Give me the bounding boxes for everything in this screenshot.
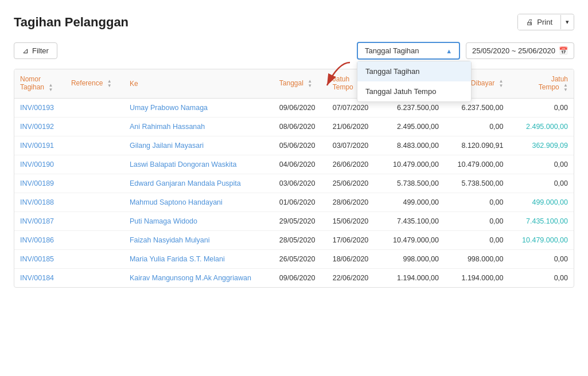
cell-total: 10.479.000,00 bbox=[380, 231, 445, 250]
cell-jatuh-tempo-amount: 2.495.000,00 bbox=[509, 117, 574, 136]
cell-ke[interactable]: Umay Prabowo Namaga bbox=[124, 99, 274, 117]
cell-ke[interactable]: Mahmud Saptono Handayani bbox=[124, 193, 274, 212]
cell-nomor[interactable]: INV/00184 bbox=[14, 269, 65, 288]
cell-nomor[interactable]: INV/00185 bbox=[14, 250, 65, 269]
cell-dibayar: 1.194.000,00 bbox=[445, 269, 509, 288]
toolbar-right: Tanggal Tagihan ▲ Tanggal Tagihan Tangga… bbox=[357, 42, 574, 60]
filter-label: Filter bbox=[32, 46, 49, 55]
cell-jatuh-tempo-amount: 499.000,00 bbox=[509, 193, 574, 212]
cell-jatuh-tempo-date: 21/06/2020 bbox=[327, 117, 380, 136]
dropdown-item-tanggal-jatuh-tempo[interactable]: Tanggal Jatuh Tempo bbox=[357, 81, 471, 101]
cell-reference bbox=[65, 269, 124, 288]
cell-jatuh-tempo-amount: 0,00 bbox=[509, 269, 574, 288]
cell-tanggal: 29/05/2020 bbox=[274, 212, 327, 231]
cell-jatuh-tempo-date: 28/06/2020 bbox=[327, 193, 380, 212]
cell-jatuh-tempo-date: 17/06/2020 bbox=[327, 231, 380, 250]
cell-nomor[interactable]: INV/00189 bbox=[14, 174, 65, 193]
cell-ke[interactable]: Ani Rahimah Hassanah bbox=[124, 117, 274, 136]
cell-jatuh-tempo-date: 18/06/2020 bbox=[327, 250, 380, 269]
filter-button[interactable]: ⊿ Filter bbox=[14, 42, 57, 59]
invoices-table: NomorTagihan ▲▼ Reference ▲▼ Ke Tanggal … bbox=[14, 69, 574, 287]
cell-ke[interactable]: Maria Yulia Farida S.T. Melani bbox=[124, 250, 274, 269]
cell-nomor[interactable]: INV/00187 bbox=[14, 212, 65, 231]
date-type-dropdown[interactable]: Tanggal Tagihan ▲ bbox=[357, 42, 460, 60]
cell-ke[interactable]: Kairav Mangunsong M.Ak Anggriawan bbox=[124, 269, 274, 288]
cell-dibayar: 998.000,00 bbox=[445, 250, 509, 269]
dropdown-item-tanggal-tagihan[interactable]: Tanggal Tagihan bbox=[357, 61, 471, 81]
cell-tanggal: 09/06/2020 bbox=[274, 269, 327, 288]
col-tanggal: Tanggal ▲▼ bbox=[274, 69, 327, 99]
col-nomor-tagihan: NomorTagihan ▲▼ bbox=[14, 69, 65, 99]
cell-ke[interactable]: Gilang Jailani Mayasari bbox=[124, 136, 274, 155]
calendar-icon: 📅 bbox=[559, 46, 568, 55]
cell-nomor[interactable]: INV/00192 bbox=[14, 117, 65, 136]
cell-reference bbox=[65, 174, 124, 193]
cell-ke[interactable]: Puti Namaga Widodo bbox=[124, 212, 274, 231]
cell-jatuh-tempo-amount: 0,00 bbox=[509, 174, 574, 193]
cell-jatuh-tempo-amount: 0,00 bbox=[509, 99, 574, 117]
cell-ke[interactable]: Laswi Balapati Dongoran Waskita bbox=[124, 155, 274, 174]
table-row: INV/00184Kairav Mangunsong M.Ak Anggriaw… bbox=[14, 269, 574, 288]
col-ke: Ke bbox=[124, 69, 274, 99]
cell-reference bbox=[65, 155, 124, 174]
cell-total: 1.194.000,00 bbox=[380, 269, 445, 288]
cell-ke[interactable]: Edward Ganjaran Mandala Puspita bbox=[124, 174, 274, 193]
cell-tanggal: 09/06/2020 bbox=[274, 99, 327, 117]
printer-icon: 🖨 bbox=[526, 18, 534, 26]
table-row: INV/00186Faizah Nasyidah Mulyani28/05/20… bbox=[14, 231, 574, 250]
cell-reference bbox=[65, 231, 124, 250]
cell-jatuh-tempo-amount: 0,00 bbox=[509, 250, 574, 269]
cell-tanggal: 04/06/2020 bbox=[274, 155, 327, 174]
cell-nomor[interactable]: INV/00186 bbox=[14, 231, 65, 250]
cell-jatuh-tempo-date: 15/06/2020 bbox=[327, 212, 380, 231]
cell-total: 7.435.100,00 bbox=[380, 212, 445, 231]
cell-tanggal: 26/05/2020 bbox=[274, 250, 327, 269]
invoices-table-container: NomorTagihan ▲▼ Reference ▲▼ Ke Tanggal … bbox=[14, 69, 574, 288]
cell-jatuh-tempo-date: 25/06/2020 bbox=[327, 174, 380, 193]
cell-jatuh-tempo-amount: 0,00 bbox=[509, 155, 574, 174]
cell-tanggal: 08/06/2020 bbox=[274, 117, 327, 136]
cell-nomor[interactable]: INV/00191 bbox=[14, 136, 65, 155]
print-button[interactable]: 🖨 Print bbox=[518, 14, 560, 30]
print-dropdown-arrow[interactable]: ▾ bbox=[560, 15, 574, 29]
cell-total: 8.483.000,00 bbox=[380, 136, 445, 155]
cell-reference bbox=[65, 99, 124, 117]
cell-dibayar: 0,00 bbox=[445, 231, 509, 250]
cell-reference bbox=[65, 117, 124, 136]
cell-total: 10.479.000,00 bbox=[380, 155, 445, 174]
table-row: INV/00193Umay Prabowo Namaga09/06/202007… bbox=[14, 99, 574, 117]
cell-nomor[interactable]: INV/00188 bbox=[14, 193, 65, 212]
table-row: INV/00189Edward Ganjaran Mandala Puspita… bbox=[14, 174, 574, 193]
col-reference: Reference ▲▼ bbox=[65, 69, 124, 99]
cell-total: 499.000,00 bbox=[380, 193, 445, 212]
cell-tanggal: 03/06/2020 bbox=[274, 174, 327, 193]
table-row: INV/00192Ani Rahimah Hassanah08/06/20202… bbox=[14, 117, 574, 136]
cell-jatuh-tempo-date: 22/06/2020 bbox=[327, 269, 380, 288]
chevron-up-icon: ▲ bbox=[446, 48, 452, 54]
print-label: Print bbox=[537, 18, 552, 26]
cell-jatuh-tempo-date: 03/07/2020 bbox=[327, 136, 380, 155]
date-range-display[interactable]: 25/05/2020 ~ 25/06/2020 📅 bbox=[466, 42, 574, 59]
cell-dibayar: 8.120.090,91 bbox=[445, 136, 509, 155]
cell-reference bbox=[65, 212, 124, 231]
table-body: INV/00193Umay Prabowo Namaga09/06/202007… bbox=[14, 99, 574, 288]
date-type-dropdown-wrapper: Tanggal Tagihan ▲ Tanggal Tagihan Tangga… bbox=[357, 42, 460, 60]
filter-icon: ⊿ bbox=[22, 46, 29, 55]
cell-tanggal: 05/06/2020 bbox=[274, 136, 327, 155]
cell-reference bbox=[65, 193, 124, 212]
col-jatuh-tempo-amount: JatuhTempo ▲▼ bbox=[509, 69, 574, 99]
cell-dibayar: 10.479.000,00 bbox=[445, 155, 509, 174]
cell-jatuh-tempo-amount: 362.909,09 bbox=[509, 136, 574, 155]
cell-jatuh-tempo-date: 26/06/2020 bbox=[327, 155, 380, 174]
date-type-value: Tanggal Tagihan bbox=[365, 46, 419, 55]
table-row: INV/00190Laswi Balapati Dongoran Waskita… bbox=[14, 155, 574, 174]
cell-total: 2.495.000,00 bbox=[380, 117, 445, 136]
cell-ke[interactable]: Faizah Nasyidah Mulyani bbox=[124, 231, 274, 250]
cell-nomor[interactable]: INV/00193 bbox=[14, 99, 65, 117]
cell-dibayar: 0,00 bbox=[445, 117, 509, 136]
table-row: INV/00188Mahmud Saptono Handayani01/06/2… bbox=[14, 193, 574, 212]
date-range-text: 25/05/2020 ~ 25/06/2020 bbox=[472, 46, 555, 55]
date-type-dropdown-menu: Tanggal Tagihan Tanggal Jatuh Tempo bbox=[357, 61, 472, 102]
cell-nomor[interactable]: INV/00190 bbox=[14, 155, 65, 174]
print-button-group: 🖨 Print ▾ bbox=[517, 14, 574, 30]
